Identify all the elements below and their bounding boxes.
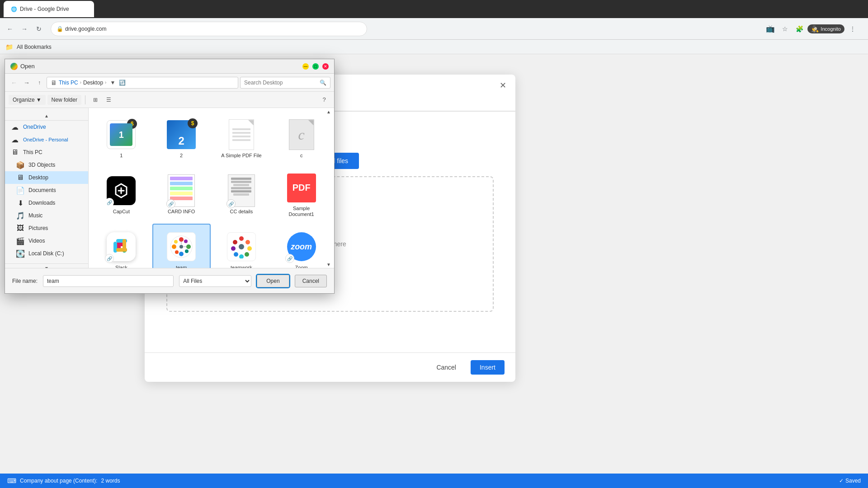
file-item-team[interactable]: team bbox=[152, 224, 211, 268]
card-info-icon: 🔗 bbox=[168, 174, 195, 207]
sidebar-item-onedrive-personal[interactable]: ☁ OneDrive - Personal bbox=[5, 133, 88, 146]
sidebar-item-onedrive[interactable]: ☁ OneDrive bbox=[5, 121, 88, 133]
sidebar-item-local-disk[interactable]: 💽 Local Disk (C:) bbox=[5, 247, 88, 260]
zoom-overlay: 🔗 bbox=[285, 254, 294, 263]
chrome-toolbar: ← → ↻ 🔒 drive.google.com 📺 ☆ 🧩 🕵 Incogni… bbox=[0, 18, 868, 40]
sidebar-item-3d-objects-label: 3D Objects bbox=[28, 162, 55, 168]
dialog-footer: File name: All Files PDF Files Image Fil… bbox=[5, 268, 334, 293]
file-item-teamwork[interactable]: teamwork bbox=[212, 224, 271, 268]
teamwork-icon bbox=[227, 232, 256, 261]
breadcrumb-dropdown-button[interactable]: ▼ bbox=[110, 80, 115, 86]
zoom-icon: zoom 🔗 bbox=[287, 232, 316, 261]
breadcrumb-bar: 🖥 This PC › Desktop › ▼ 🔃 bbox=[47, 77, 238, 89]
file-icon-sampledoc: PDF bbox=[285, 172, 318, 204]
simple-pdf-icon bbox=[229, 119, 254, 150]
cast-button[interactable]: 📺 bbox=[764, 23, 777, 35]
open-button[interactable]: Open bbox=[257, 275, 289, 287]
svg-point-13 bbox=[172, 244, 176, 249]
files-scroll-down[interactable]: ▼ bbox=[325, 261, 332, 268]
sidebar-scroll-up[interactable]: ▲ bbox=[5, 112, 88, 121]
sidebar-scroll-down[interactable]: ▼ bbox=[5, 263, 88, 268]
nav-up-button[interactable]: ↑ bbox=[34, 77, 45, 88]
breadcrumb-this-pc[interactable]: This PC bbox=[59, 80, 78, 86]
dialog-title-text: Open bbox=[20, 63, 35, 70]
file-icon-teamwork bbox=[225, 230, 258, 263]
upload-dialog-footer: Cancel Insert bbox=[145, 352, 515, 382]
search-input[interactable] bbox=[244, 80, 318, 86]
new-folder-button[interactable]: New folder bbox=[47, 95, 81, 105]
view-details-button[interactable]: ☰ bbox=[103, 94, 115, 106]
help-button[interactable]: ? bbox=[318, 94, 330, 106]
svg-point-14 bbox=[184, 239, 188, 243]
cardinfo-label: CARD INFO bbox=[168, 209, 195, 215]
file-icon-capcut: 🔗 bbox=[105, 174, 137, 207]
upload-insert-button[interactable]: Insert bbox=[471, 360, 505, 375]
file-item-slack[interactable]: 🔗 Slack bbox=[92, 224, 151, 268]
nav-forward-button[interactable]: → bbox=[21, 77, 32, 88]
organize-button[interactable]: Organize ▼ bbox=[9, 95, 46, 105]
reload-button[interactable]: ↻ bbox=[33, 23, 45, 35]
sidebar-item-onedrive-personal-label: OneDrive - Personal bbox=[23, 137, 68, 142]
simplepdf-label: A Simple PDF File bbox=[221, 153, 261, 159]
capcut-overlay: 🔗 bbox=[105, 198, 114, 207]
sidebar-item-music[interactable]: 🎵 Music bbox=[5, 209, 88, 222]
files-scroll-up[interactable]: ▲ bbox=[325, 108, 332, 115]
filename-input[interactable] bbox=[43, 275, 174, 287]
back-button[interactable]: ← bbox=[4, 23, 16, 35]
sidebar-item-pictures[interactable]: 🖼 Pictures bbox=[5, 222, 88, 235]
minimize-button[interactable]: — bbox=[302, 63, 309, 70]
file-item-sampledoc[interactable]: PDF Sample Document1 bbox=[272, 168, 330, 222]
sidebar-item-downloads[interactable]: ⬇ Downloads bbox=[5, 197, 88, 209]
nav-back-button[interactable]: ← bbox=[9, 77, 19, 88]
file-item-simplepdf[interactable]: A Simple PDF File bbox=[212, 112, 271, 166]
upload-close-button[interactable]: ✕ bbox=[497, 80, 508, 91]
file-item-capcut[interactable]: 🔗 CapCut bbox=[92, 168, 151, 222]
close-button[interactable]: ✕ bbox=[322, 63, 329, 70]
sidebar-item-documents[interactable]: 📄 Documents bbox=[5, 184, 88, 197]
cancel-button[interactable]: Cancel bbox=[295, 275, 327, 287]
file-item-c[interactable]: c c bbox=[272, 112, 330, 166]
saved-checkmark-icon: ✓ bbox=[839, 478, 844, 484]
breadcrumb-refresh-button[interactable]: 🔃 bbox=[119, 80, 126, 86]
breadcrumb-desktop[interactable]: Desktop bbox=[83, 80, 103, 86]
sidebar-item-desktop-label: Desktop bbox=[28, 174, 48, 181]
sidebar-item-downloads-label: Downloads bbox=[28, 200, 55, 206]
saved-label: Saved bbox=[845, 478, 861, 484]
slack-label: Slack bbox=[115, 265, 127, 268]
file-item-ccdetails[interactable]: 🔗 CC details bbox=[212, 168, 271, 222]
forward-button[interactable]: → bbox=[18, 23, 31, 35]
dialog-title: Open bbox=[10, 63, 35, 70]
address-bar[interactable]: 🔒 drive.google.com bbox=[51, 22, 367, 36]
maximize-button[interactable]: □ bbox=[312, 63, 319, 70]
search-icon[interactable]: 🔍 bbox=[320, 80, 326, 86]
icon-1-bg: 1 bbox=[110, 123, 132, 146]
new-folder-label: New folder bbox=[52, 97, 77, 103]
cc-details-icon: 🔗 bbox=[228, 174, 255, 207]
file-item-zoom[interactable]: zoom 🔗 Zoom bbox=[272, 224, 330, 268]
bookmarks-bar: 📁 All Bookmarks bbox=[0, 40, 868, 54]
documents-icon: 📄 bbox=[16, 186, 25, 195]
chrome-logo-icon bbox=[10, 63, 18, 70]
file-icon-slack: 🔗 bbox=[105, 230, 137, 263]
svg-point-28 bbox=[233, 240, 237, 244]
file-item-2[interactable]: $ 2 2 bbox=[152, 112, 211, 166]
music-icon: 🎵 bbox=[16, 211, 25, 220]
bookmark-button[interactable]: ☆ bbox=[778, 23, 791, 35]
more-button[interactable]: ⋮ bbox=[846, 23, 859, 35]
file-item-cardinfo[interactable]: 🔗 CARD INFO bbox=[152, 168, 211, 222]
view-icons-button[interactable]: ⊞ bbox=[89, 94, 102, 106]
upload-cancel-button[interactable]: Cancel bbox=[427, 360, 465, 375]
filetype-select[interactable]: All Files PDF Files Image Files bbox=[179, 275, 251, 287]
sidebar-item-3d-objects[interactable]: 📦 3D Objects bbox=[5, 159, 88, 171]
sidebar-item-desktop[interactable]: 🖥 Desktop bbox=[5, 171, 88, 184]
svg-point-12 bbox=[179, 252, 184, 256]
status-icon: ⌨ bbox=[7, 477, 16, 484]
extensions-button[interactable]: 🧩 bbox=[793, 23, 806, 35]
file-item-1[interactable]: $ 1 1 bbox=[92, 112, 151, 166]
incognito-badge: 🕵 Incognito bbox=[807, 24, 844, 33]
sidebar-item-videos[interactable]: 🎬 Videos bbox=[5, 235, 88, 247]
sidebar-item-this-pc[interactable]: 🖥 This PC bbox=[5, 146, 88, 159]
file-icon-ccdetails: 🔗 bbox=[225, 174, 258, 207]
sidebar-item-this-pc-label: This PC bbox=[23, 149, 42, 155]
browser-tab[interactable]: 🌐 Drive - Google Drive bbox=[4, 1, 94, 17]
